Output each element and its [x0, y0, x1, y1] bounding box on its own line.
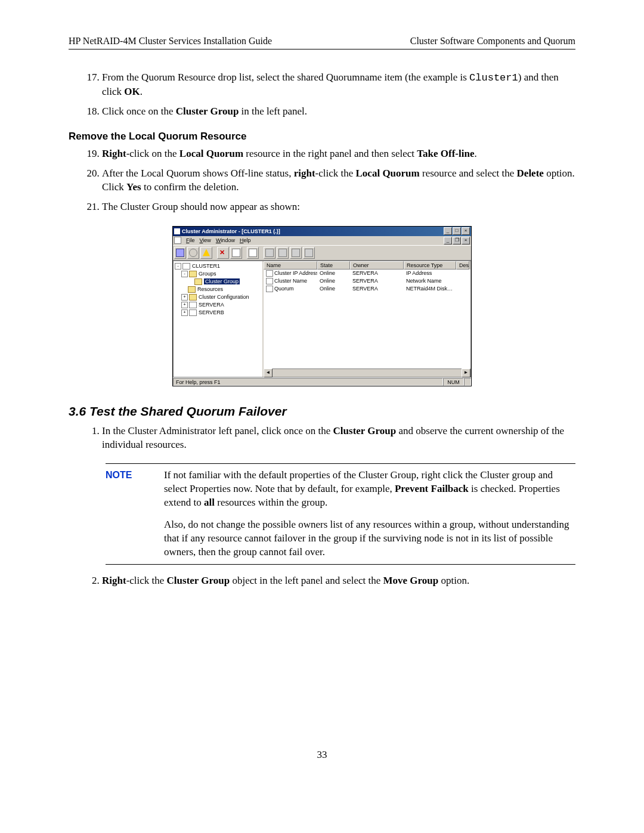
scroll-left-icon[interactable]: ◄ — [264, 368, 273, 377]
collapse-icon[interactable]: - — [181, 271, 188, 277]
folder-icon — [188, 286, 196, 293]
header-left: HP NetRAID-4M Cluster Services Installat… — [69, 36, 272, 47]
resource-icon — [266, 286, 273, 292]
step-19: Right-click on the Local Quorum resource… — [102, 147, 575, 161]
toolbar-button-7[interactable] — [264, 247, 275, 259]
close-button[interactable]: × — [462, 227, 470, 235]
resource-icon — [266, 278, 273, 284]
folder-open-icon — [194, 278, 202, 285]
properties-button[interactable] — [230, 247, 242, 259]
toolbar: ✕ — [173, 245, 471, 261]
tree-cluster-group[interactable]: Cluster Group — [204, 278, 240, 284]
app-icon — [174, 228, 180, 234]
step-18: Click once on the Cluster Group in the l… — [102, 105, 575, 119]
titlebar[interactable]: Cluster Administrator - [CLUSTER1 (.)] _… — [173, 227, 471, 236]
remove-quorum-heading: Remove the Local Quorum Resource — [69, 131, 575, 143]
note-block: NOTE If not familiar with the default pr… — [106, 463, 575, 565]
tree-cluster-config[interactable]: Cluster Configuration — [199, 294, 249, 300]
mdi-close-button[interactable]: × — [462, 237, 470, 244]
col-state[interactable]: State — [317, 261, 350, 270]
menu-help[interactable]: Help — [240, 237, 251, 243]
mdi-icon[interactable] — [174, 237, 181, 244]
minimize-button[interactable]: _ — [444, 227, 452, 235]
toolbar-button-1[interactable] — [174, 247, 186, 259]
toolbar-button-2[interactable] — [187, 247, 199, 259]
tree-serverb[interactable]: SERVERB — [199, 309, 224, 315]
steps-block-c: In the Cluster Administrator left panel,… — [69, 425, 575, 452]
status-bar: For Help, press F1 NUM — [173, 377, 471, 386]
step-c1: In the Cluster Administrator left panel,… — [102, 425, 575, 452]
page-header: HP NetRAID-4M Cluster Services Installat… — [69, 36, 575, 49]
window-title: Cluster Administrator - [CLUSTER1 (.)] — [182, 228, 444, 234]
expand-icon[interactable]: + — [181, 294, 188, 301]
col-desc[interactable]: Des — [456, 261, 469, 270]
toolbar-button-10[interactable] — [303, 247, 315, 259]
tree-servera[interactable]: SERVERA — [199, 302, 224, 308]
mdi-minimize-button[interactable]: _ — [444, 237, 452, 244]
steps-block-d: Right-click the Cluster Group object in … — [69, 574, 575, 588]
step-21: The Cluster Group should now appear as s… — [102, 200, 575, 214]
folder-icon — [189, 294, 197, 301]
cluster-icon — [182, 263, 190, 270]
note-label: NOTE — [106, 469, 164, 559]
column-headers: Name State Owner Resource Type Des — [264, 261, 470, 270]
tree-resources[interactable]: Resources — [197, 286, 223, 292]
steps-block-b: Right-click on the Local Quorum resource… — [69, 147, 575, 214]
section-heading: 3.6 Test the Shared Quorum Failover — [69, 404, 575, 419]
tree-panel[interactable]: -CLUSTER1 -Groups Cluster Group Resource… — [174, 261, 264, 377]
toolbar-button-3[interactable] — [200, 247, 212, 259]
tree-groups[interactable]: Groups — [199, 271, 216, 277]
col-type[interactable]: Resource Type — [404, 261, 456, 270]
resource-icon — [266, 270, 273, 277]
list-row[interactable]: Cluster IP Address Online SERVERA IP Add… — [264, 270, 470, 277]
num-lock-indicator: NUM — [443, 378, 464, 386]
server-icon — [189, 302, 197, 308]
step-17: From the Quorum Resource drop list, sele… — [102, 71, 575, 99]
list-panel: Name State Owner Resource Type Des Clust… — [264, 261, 470, 377]
note-text: If not familiar with the default propert… — [164, 469, 575, 559]
expand-icon[interactable]: + — [181, 309, 188, 316]
step-d2: Right-click the Cluster Group object in … — [102, 574, 575, 588]
list-row[interactable]: Cluster Name Online SERVERA Network Name — [264, 277, 470, 285]
toolbar-button-9[interactable] — [290, 247, 302, 259]
header-right: Cluster Software Components and Quorum — [410, 36, 575, 47]
list-row[interactable]: Quorum Online SERVERA NETRaid4M Disk… — [264, 285, 470, 293]
server-icon — [189, 309, 197, 316]
step-20: After the Local Quorum shows Off-line st… — [102, 167, 575, 194]
tree-root[interactable]: CLUSTER1 — [192, 263, 220, 269]
col-name[interactable]: Name — [264, 261, 317, 270]
maximize-button[interactable]: □ — [453, 227, 461, 235]
toolbar-button-8[interactable] — [277, 247, 289, 259]
status-text: For Help, press F1 — [173, 378, 443, 386]
folder-icon — [189, 271, 197, 277]
resize-grip[interactable] — [464, 378, 471, 386]
steps-block-a: From the Quorum Resource drop list, sele… — [69, 71, 575, 119]
collapse-icon[interactable]: - — [175, 263, 181, 270]
cluster-admin-window: Cluster Administrator - [CLUSTER1 (.)] _… — [172, 226, 472, 386]
delete-button[interactable]: ✕ — [217, 247, 229, 259]
menubar: File View Window Help _ ❐ × — [173, 236, 471, 245]
mdi-restore-button[interactable]: ❐ — [453, 237, 461, 244]
scroll-right-icon[interactable]: ► — [462, 368, 470, 377]
menu-file[interactable]: File — [186, 237, 195, 243]
col-owner[interactable]: Owner — [350, 261, 404, 270]
menu-view[interactable]: View — [200, 237, 211, 243]
menu-window[interactable]: Window — [216, 237, 235, 243]
h-scrollbar[interactable]: ◄ ► — [264, 368, 470, 377]
page-number: 33 — [69, 749, 575, 761]
toolbar-button-6[interactable] — [247, 247, 259, 259]
expand-icon[interactable]: + — [181, 302, 188, 308]
